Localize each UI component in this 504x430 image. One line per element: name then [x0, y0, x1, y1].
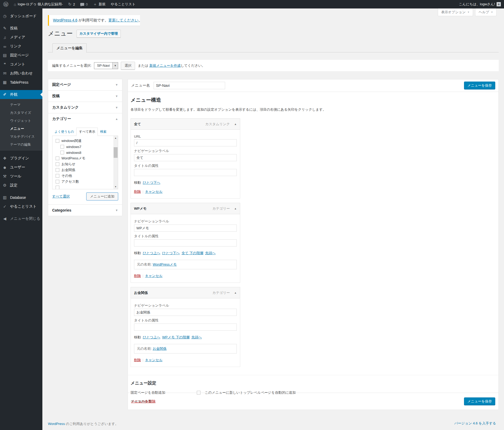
original-name-link[interactable]: WordPressメモ [153, 262, 177, 266]
move-top-link[interactable]: 先頭へ [191, 335, 202, 339]
nav-label-input[interactable] [134, 309, 237, 316]
category-checkbox[interactable] [56, 168, 59, 172]
category-checkbox[interactable] [56, 156, 59, 160]
delete-item-link[interactable]: 削除 [134, 190, 141, 194]
manage-in-customizer-button[interactable]: カスタマイザー内で管理 [77, 30, 121, 38]
move-top-link[interactable]: 先頭へ [205, 251, 216, 255]
title-attr-input[interactable] [134, 239, 237, 247]
scrollbar-thumb[interactable] [114, 147, 118, 158]
sidebar-item-appearance[interactable]: ✐ 外観 [0, 90, 42, 99]
menu-select-dropdown[interactable]: SP-Navi ▼ [94, 62, 118, 69]
sidebar-item-tablepress[interactable]: ▦ TablePress [0, 78, 42, 87]
submenu-item-editor[interactable]: テーマの編集 [0, 141, 42, 149]
move-under-link[interactable]: WPメモ 下の階層 [162, 335, 189, 339]
sidebar-item-contact[interactable]: ✉ お問い合わせ [0, 69, 42, 78]
add-to-menu-button[interactable]: メニューに追加 [86, 192, 118, 200]
sidebar-item-media[interactable]: ♫ メディア [0, 33, 42, 42]
category-checkbox[interactable] [60, 151, 64, 154]
category-checkbox[interactable] [56, 162, 59, 166]
sidebar-collapse-menu[interactable]: ◀ メニューを閉じる [0, 214, 42, 223]
delete-item-link[interactable]: 削除 [134, 358, 141, 362]
new-content-link[interactable]: ＋ 新規 [93, 0, 105, 8]
chevron-down-icon: ▼ [115, 209, 118, 212]
sidebar-item-settings[interactable]: ⚙ 設定 [0, 181, 42, 190]
move-up-link[interactable]: ひとつ上へ [143, 251, 160, 255]
scrollbar[interactable]: ▲ ▼ [113, 136, 118, 189]
save-menu-button[interactable]: メニューを保存 [464, 82, 495, 89]
submenu-item-multidevice[interactable]: マルチデバイス [0, 133, 42, 141]
get-version-link[interactable]: バージョン 4.6 を入手する [454, 421, 496, 425]
submenu-item-customize[interactable]: カスタマイズ [0, 109, 42, 117]
panel-custom-links-header[interactable]: カスタムリンク ▼ [48, 102, 122, 113]
sidebar-item-database[interactable]: ▥ Database [0, 193, 42, 202]
nav-label-input[interactable] [134, 225, 237, 232]
url-input[interactable] [134, 139, 237, 146]
category-checkbox[interactable] [56, 174, 59, 178]
cancel-item-link[interactable]: キャンセル [145, 274, 163, 278]
panel-posts-header[interactable]: 投稿 ▼ [48, 91, 122, 102]
help-button[interactable]: ヘルプ ▼ [475, 8, 497, 16]
sidebar-item-pages[interactable]: ▤ 固定ページ [0, 51, 42, 60]
comments-link[interactable]: 0 [80, 0, 88, 8]
original-name-link[interactable]: お金関係 [153, 347, 167, 351]
update-version-link[interactable]: WordPress 4.6 [53, 18, 77, 22]
sidebar-item-plugins[interactable]: ❖ プラグイン [0, 154, 42, 163]
menu-item-handle[interactable]: お金関係 カテゴリー ▲ [131, 287, 240, 298]
sidebar-item-comments[interactable]: ❝ コメント [0, 60, 42, 69]
category-checkbox[interactable] [56, 180, 59, 183]
sidebar-item-label: やることリスト [10, 204, 37, 209]
sidebar-item-posts[interactable]: ✎ 投稿 [0, 24, 42, 33]
move-up-link[interactable]: ひとつ上へ [143, 335, 160, 339]
sidebar-item-todo-list[interactable]: ✓ やることリスト [0, 202, 42, 211]
tab-most-used[interactable]: よく使うもの [52, 128, 76, 136]
sidebar-item-dashboard[interactable]: ◷ ダッシュボード [0, 12, 42, 21]
sidebar-item-users[interactable]: ☻ ユーザー [0, 163, 42, 172]
panel-categories-header[interactable]: カテゴリー ▲ [48, 113, 122, 124]
chevron-up-icon[interactable]: ▲ [234, 123, 237, 126]
select-all-link[interactable]: すべて選択 [52, 194, 70, 199]
tab-search[interactable]: 検索 [98, 128, 109, 136]
cancel-item-link[interactable]: キャンセル [145, 358, 163, 362]
update-now-link[interactable]: 更新してください [108, 18, 139, 22]
tab-edit-menus[interactable]: メニューを編集 [52, 43, 87, 53]
cancel-item-link[interactable]: キャンセル [145, 190, 163, 194]
move-down-link[interactable]: ひとつ下へ [143, 181, 160, 185]
chevron-up-icon[interactable]: ▲ [234, 207, 237, 210]
menu-item-handle[interactable]: 全て カスタムリンク ▲ [131, 118, 240, 130]
submenu-item-menus[interactable]: メニュー [0, 125, 42, 133]
sidebar-item-tools[interactable]: ⚒ ツール [0, 172, 42, 181]
sidebar-separator [0, 21, 42, 24]
chevron-up-icon[interactable]: ▲ [234, 291, 237, 294]
delete-item-link[interactable]: 削除 [134, 274, 141, 278]
category-checkbox[interactable] [56, 186, 59, 189]
updates-link[interactable]: ↻ 2 [68, 0, 75, 8]
wordpress-footer-link[interactable]: WordPress [48, 422, 65, 426]
title-attr-input[interactable] [134, 324, 237, 331]
account-link[interactable]: こんにちは、logwさん! ☻ [459, 0, 501, 8]
save-menu-button-bottom[interactable]: メニューを保存 [464, 397, 495, 405]
submenu-item-themes[interactable]: テーマ [0, 101, 42, 109]
sidebar-item-links[interactable]: ∞ リンク [0, 42, 42, 51]
submenu-item-widgets[interactable]: ウィジェット [0, 117, 42, 125]
move-under-link[interactable]: 全て 下の階層 [181, 251, 203, 255]
create-new-menu-link[interactable]: 新規メニューを作成 [149, 64, 181, 68]
screen-options-button[interactable]: 表示オプション ▼ [438, 8, 473, 16]
select-button[interactable]: 選択 [121, 62, 135, 70]
menu-item-handle[interactable]: WPメモ カテゴリー ▲ [131, 203, 240, 214]
title-attr-input[interactable] [134, 169, 237, 176]
move-down-link[interactable]: ひとつ下へ [162, 251, 180, 255]
panel-categories-en-header[interactable]: Categories ▼ [48, 205, 122, 216]
menu-name-input[interactable] [154, 82, 225, 89]
todo-list-link[interactable]: やることリスト [111, 0, 135, 8]
panel-pages-header[interactable]: 固定ページ ▼ [48, 79, 122, 90]
wordpress-logo-icon[interactable]: Ⓦ [3, 0, 8, 8]
menu-item-title: WPメモ [134, 206, 147, 211]
nav-label-input[interactable] [134, 154, 237, 161]
scroll-up-icon[interactable]: ▲ [113, 136, 118, 140]
site-name-link[interactable]: ⌂ logw-ログゥ 個人的な記録用- [14, 0, 63, 8]
delete-menu-link[interactable]: メニューを削除 [131, 399, 155, 404]
category-checkbox[interactable] [56, 139, 59, 143]
tab-view-all[interactable]: すべて表示 [76, 128, 98, 136]
category-checkbox[interactable] [60, 145, 64, 149]
scroll-down-icon[interactable]: ▼ [113, 185, 118, 189]
